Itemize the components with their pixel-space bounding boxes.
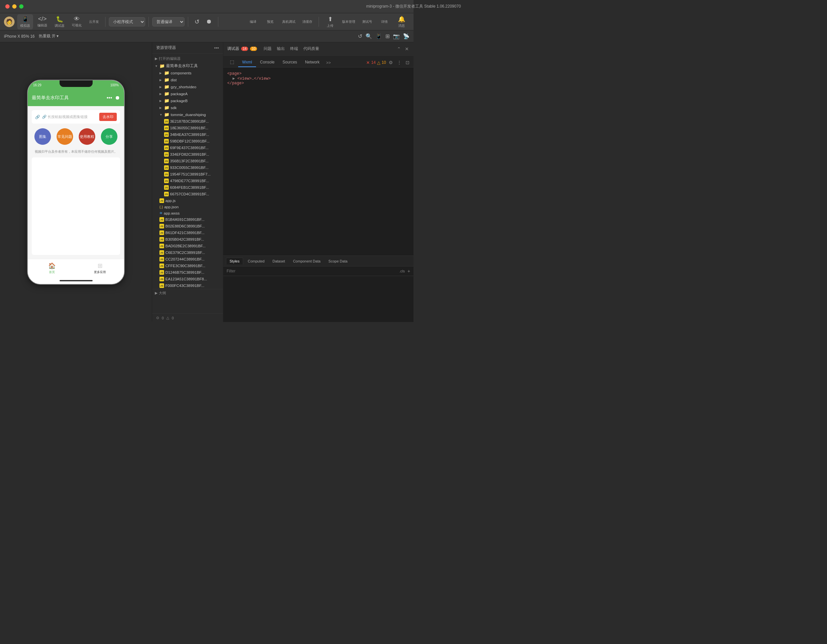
rotate-icon[interactable]: ↺ (358, 33, 362, 39)
compile-action-btn[interactable]: 编译 (245, 18, 261, 25)
file-3e2[interactable]: JS 3E2187B3C38991BF... (161, 118, 223, 124)
test-btn[interactable]: 测试号 (359, 18, 375, 25)
phone-icon-album[interactable]: 图集 (34, 128, 51, 145)
file-b1b4[interactable]: JS B1B4A591C38991BF... (157, 216, 223, 223)
file-b305[interactable]: JS B305B042C38991BF... (157, 236, 223, 243)
tab-sources[interactable]: Sources (279, 58, 301, 67)
file-d124[interactable]: JS D1246B75C38991BF... (157, 269, 223, 276)
screenshot-icon[interactable]: 📷 (393, 33, 399, 39)
phone-icon[interactable]: 📱 (376, 33, 382, 39)
js-icon: JS (164, 119, 169, 124)
preview-btn[interactable]: 预览 (262, 18, 278, 25)
root-folder[interactable]: ▼ 📁 最简单去水印工具 (152, 62, 223, 69)
file-1954[interactable]: JS 1954F751C38991BF7... (161, 171, 223, 177)
file-bad0[interactable]: JS BAD02BE2C38991BF... (157, 243, 223, 249)
file-59b[interactable]: JS 59BDBF12C38991BF... (161, 138, 223, 145)
inspect-icon[interactable]: 🔍 (365, 33, 372, 39)
tab-console[interactable]: Console (256, 58, 279, 67)
refresh-btn[interactable]: ↺ (192, 17, 202, 27)
phone-tab-home[interactable]: 🏠 首页 (28, 262, 76, 274)
issues-menu[interactable]: 问题 (264, 45, 272, 52)
expand-icon[interactable]: ⊞ (385, 33, 390, 39)
file-c6e3[interactable]: JS C6E379C2C38991BF... (157, 249, 223, 256)
undock-icon[interactable]: ⊡ (404, 60, 411, 65)
file-69f[interactable]: JS 69F9E437C38991BF... (161, 145, 223, 151)
phone-tab-more[interactable]: ⊞ 更多应用 (76, 262, 124, 274)
styles-filter-input[interactable] (226, 269, 396, 274)
settings-icon[interactable]: ⚙ (387, 60, 394, 65)
cloud-btn[interactable]: 云开发 (86, 18, 102, 25)
cursor-btn[interactable]: ⬚ (226, 57, 238, 67)
traffic-light-red[interactable] (5, 4, 9, 9)
opened-editors[interactable]: ▶ 打开的编辑器 (152, 55, 223, 62)
collapse-icon[interactable]: ⌃ (396, 46, 402, 52)
tab-more[interactable]: >> (323, 59, 334, 67)
add-style-btn[interactable]: + (407, 268, 410, 274)
clear-cache-btn[interactable]: 清缓存 (300, 18, 315, 25)
file-18e[interactable]: JS 18E36055C38991BF... (161, 124, 223, 131)
folder-gzy[interactable]: ▶ 📁 gzy_shortvideo (157, 83, 223, 90)
upload-btn[interactable]: ⬆ 上传 (322, 14, 338, 30)
simulator-btn[interactable]: 📱 模拟器 (17, 14, 33, 30)
more-files-icon[interactable]: ••• (214, 45, 219, 51)
folder-packageB[interactable]: ▶ 📁 packageB (157, 97, 223, 104)
hot-reload[interactable]: 热重载 开 ▾ (39, 33, 59, 39)
real-debug-btn[interactable]: 真机调试 (279, 18, 298, 25)
file-933[interactable]: JS 933C0055C38991BF... (161, 164, 223, 171)
folder-tommie[interactable]: ▼ 📁 tommie_duanshiping (157, 111, 223, 118)
tab-computed[interactable]: Computed (245, 258, 268, 264)
file-ea12[interactable]: JS EA123A51C38991BF8... (157, 276, 223, 282)
tab-scope-data[interactable]: Scope Data (325, 258, 351, 264)
tab-component-data[interactable]: Component Data (290, 258, 324, 264)
more-options-icon[interactable]: ⋮ (396, 60, 403, 65)
detail-btn[interactable]: 详情 (376, 18, 392, 25)
message-btn[interactable]: 🔔 消息 (394, 14, 410, 30)
file-f000[interactable]: JS F000FC43C38991BF... (157, 282, 223, 289)
debugger-label: 调试器 (55, 23, 64, 28)
phone-icon-share[interactable]: 分享 (101, 128, 117, 145)
tab-styles[interactable]: Styles (226, 258, 243, 264)
visual-btn[interactable]: 👁 可视化 (69, 14, 85, 29)
file-356[interactable]: JS 356B13F2C38991BF... (161, 158, 223, 164)
remove-watermark-btn[interactable]: 去水印 (99, 113, 117, 121)
folder-packageA[interactable]: ▶ 📁 packageA (157, 90, 223, 97)
traffic-light-green[interactable] (19, 4, 23, 9)
tab-dataset[interactable]: Dataset (269, 258, 289, 264)
close-devtools-icon[interactable]: ✕ (404, 46, 410, 52)
file-334[interactable]: JS 334EFD82C38991BF... (161, 151, 223, 158)
wifi-icon[interactable]: 📡 (403, 33, 410, 39)
compile-select[interactable]: 普通编译 (152, 17, 184, 26)
phone-icon-faq[interactable]: 常见问题 (56, 128, 73, 145)
terminal-menu[interactable]: 终端 (290, 45, 298, 52)
file-appwxss[interactable]: ≋ app.wxss (157, 210, 223, 216)
outline-section[interactable]: ▶ 大纲 (152, 289, 223, 297)
phone-record-icon[interactable]: ⏺ (115, 95, 120, 101)
file-6084[interactable]: JS 6084FEB1C38991BF... (161, 184, 223, 191)
tab-network[interactable]: Network (301, 58, 323, 67)
debugger-btn[interactable]: 🐛 调试器 (51, 14, 67, 30)
folder-components[interactable]: ▶ 📁 components (157, 69, 223, 76)
folder-dist[interactable]: ▶ 📁 dist (157, 76, 223, 83)
record-btn[interactable]: ⏺ (203, 17, 215, 26)
user-avatar[interactable]: 🧑 (4, 17, 14, 27)
file-b02e[interactable]: JS B02E88D6C38991BF... (157, 223, 223, 229)
phone-icon-tutorial[interactable]: 使用教程 (79, 128, 95, 145)
traffic-light-yellow[interactable] (12, 4, 17, 9)
file-appjson[interactable]: {.} app.json (157, 204, 223, 210)
file-cffe[interactable]: JS CFFE3C90C38991BF... (157, 263, 223, 269)
output-menu[interactable]: 输出 (277, 45, 285, 52)
version-btn[interactable]: 版本管理 (339, 18, 358, 25)
file-appjs[interactable]: JS app.js (157, 198, 223, 204)
cls-button[interactable]: .cls (399, 269, 405, 273)
dots-icon[interactable]: ••• (106, 95, 112, 101)
file-cc20[interactable]: JS CC207244C38991BF... (157, 256, 223, 263)
tab-wxml[interactable]: Wxml (238, 58, 256, 67)
mode-select[interactable]: 小程序模式 (109, 17, 145, 26)
folder-sdk[interactable]: ▶ 📁 sdk (157, 104, 223, 111)
editor-btn[interactable]: </> 编辑器 (34, 14, 50, 29)
file-b61d[interactable]: JS B61DF421C38991BF... (157, 229, 223, 236)
file-34b[interactable]: JS 34B4EA37C38991BF... (161, 131, 223, 138)
file-6675[interactable]: JS 66757CD4C38991BF... (161, 191, 223, 198)
file-4798[interactable]: JS 4798DE77C38991BF... (161, 177, 223, 184)
code-quality-menu[interactable]: 代码质量 (303, 45, 319, 52)
